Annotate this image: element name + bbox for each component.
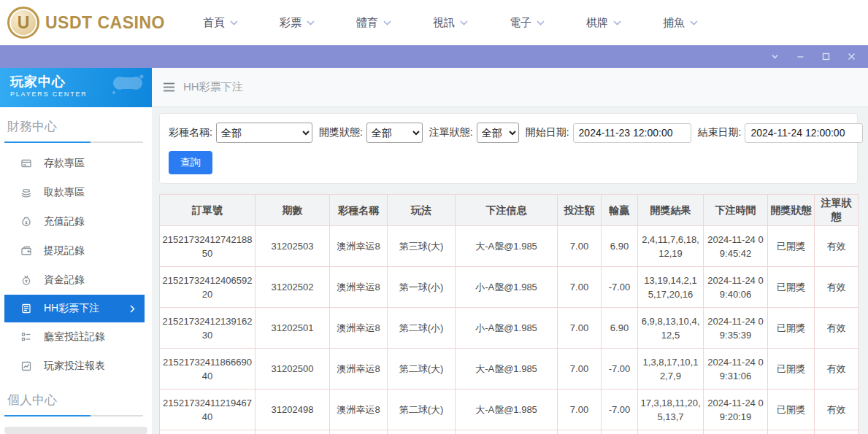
table-row: 215217324124065922031202502澳洲幸运8第一球(小)小-…: [160, 267, 859, 308]
table-cell: 第二球(小): [388, 308, 456, 349]
deposit-icon: [20, 158, 32, 169]
table-cell: 澳洲幸运8: [330, 349, 388, 390]
app-window: U USDT CASINO 首頁 彩票 體育 視訊 電子: [0, 0, 868, 434]
nav-item-label: 體育: [356, 16, 378, 30]
maximize-icon[interactable]: [821, 52, 831, 62]
table-cell: [638, 430, 704, 434]
sidebar-item-hh-lottery-bets[interactable]: HH彩票下注: [4, 295, 145, 322]
table-cell: 澳洲幸运8: [330, 226, 388, 267]
nav-item-label: 彩票: [280, 16, 302, 30]
table-cell: 有效: [815, 349, 859, 390]
table-cell: [602, 430, 638, 434]
hamburger-menu-icon[interactable]: [163, 82, 175, 92]
sidebar-item-funds-records[interactable]: 資金記錄: [0, 266, 152, 295]
lottery-name-label: 彩種名稱:: [169, 126, 212, 139]
sidebar-item-label: 充值記錄: [44, 215, 85, 228]
section-underline: [4, 142, 143, 143]
bet-status-label: 注單狀態:: [429, 126, 473, 139]
table-cell: [256, 430, 330, 434]
nav-item-sports[interactable]: 體育: [356, 16, 391, 30]
minimize-icon[interactable]: [795, 52, 805, 62]
lottery-bet-icon: [20, 303, 32, 314]
table-cell: 已開獎: [768, 349, 815, 390]
withdrawal-record-icon: [20, 245, 32, 257]
table-cell: 6.90: [602, 226, 638, 267]
table-cell: 2152173241186669040: [160, 349, 256, 390]
sidebar-item-label: 取款專區: [44, 186, 85, 199]
start-date-input[interactable]: [573, 123, 691, 143]
sidebar-item-label: 存款專區: [44, 157, 85, 170]
table-cell: -7.00: [602, 390, 638, 430]
table-cell: 2,4,11,7,6,18,12,19: [638, 226, 704, 267]
table-cell: 已開獎: [768, 308, 815, 349]
table-cell: 已開獎: [768, 390, 815, 430]
column-header: 開獎結果: [638, 195, 704, 226]
table-cell: 有效: [815, 267, 859, 308]
logo-text: USDT CASINO: [45, 13, 165, 33]
table-cell: [815, 430, 859, 434]
logo[interactable]: U USDT CASINO: [7, 7, 165, 39]
lottery-name-select[interactable]: 全部: [216, 123, 312, 143]
end-date-input[interactable]: [745, 123, 863, 143]
table-cell: 7.00: [558, 267, 602, 308]
section-title-finance: 財務中心: [0, 107, 152, 142]
nav-item-slots[interactable]: 電子: [510, 16, 545, 30]
end-date-label: 結束日期:: [698, 126, 742, 139]
table-cell: 第一球(小): [388, 267, 456, 308]
nav-item-label: 棋牌: [586, 16, 608, 30]
nav-item-cards[interactable]: 棋牌: [586, 16, 621, 30]
column-header: 玩法: [388, 195, 456, 226]
table-cell: 13,19,14,2,15,17,20,16: [638, 267, 704, 308]
room-bet-record-icon: [20, 331, 32, 343]
table-cell: 大-A盤@1.985: [456, 349, 558, 390]
table-cell: [768, 430, 815, 434]
sidebar-item-withdraw[interactable]: 取款專區: [0, 178, 152, 207]
sidebar-item-recharge-records[interactable]: 充值記錄: [0, 207, 152, 236]
table-cell: 31202501: [256, 308, 330, 349]
chevron-down-icon: [307, 20, 315, 26]
close-icon[interactable]: [846, 52, 856, 62]
table-row: 215217324121391623031202501澳洲幸运8第二球(小)小-…: [160, 308, 859, 349]
nav-item-fishing[interactable]: 捕魚: [663, 16, 698, 30]
table-cell: 17,3,18,11,20,5,13,7: [638, 390, 704, 430]
table-cell: 1,3,8,17,10,12,7,9: [638, 349, 704, 390]
table-row: 215217324127421885031202503澳洲幸运8第三球(大)大-…: [160, 226, 859, 267]
nav-item-lottery[interactable]: 彩票: [280, 16, 315, 30]
table-cell: 2152173241213916230: [160, 308, 256, 349]
sidebar: 玩家中心 PLAYERS CENTER 財務中心 存款專區 取款專區: [0, 68, 152, 434]
gamepad-icon: [111, 74, 146, 96]
draw-status-label: 開獎狀態:: [319, 126, 363, 139]
search-button[interactable]: 查詢: [169, 151, 212, 174]
column-header: 投注額: [558, 195, 602, 226]
nav-item-label: 電子: [510, 16, 531, 30]
nav-item-live[interactable]: 視訊: [433, 16, 468, 30]
chevron-down-icon: [690, 20, 698, 26]
table-cell: 2024-11-24 09:31:06: [704, 349, 768, 390]
sidebar-header: 玩家中心 PLAYERS CENTER: [0, 68, 152, 107]
sidebar-scrollbar[interactable]: [4, 427, 147, 434]
table-cell: [558, 430, 602, 434]
sidebar-item-withdrawal-records[interactable]: 提現記錄: [0, 236, 152, 266]
chevron-down-icon: [230, 20, 238, 26]
section-title-personal: 個人中心: [0, 381, 152, 415]
table-cell: 澳洲幸运8: [330, 267, 388, 308]
nav-item-label: 捕魚: [663, 16, 685, 30]
table-cell: 有效: [815, 390, 859, 430]
chevron-down-icon: [537, 20, 545, 26]
draw-status-select[interactable]: 全部: [366, 123, 423, 143]
bet-table: 訂單號期數彩種名稱玩法下注信息投注額輸贏開獎結果下注時間開獎狀態注單狀態 215…: [159, 194, 859, 434]
table-row-partial: [160, 430, 859, 434]
nav-item-home[interactable]: 首頁: [203, 16, 238, 30]
chevron-down-icon[interactable]: [769, 52, 780, 62]
sidebar-item-deposit[interactable]: 存款專區: [0, 149, 152, 178]
table-cell: 有效: [815, 226, 859, 267]
sidebar-item-player-bet-report[interactable]: 玩家投注報表: [0, 352, 152, 381]
chevron-down-icon: [460, 20, 468, 26]
bet-status-select[interactable]: 全部: [477, 123, 519, 143]
table-cell: -7.00: [602, 267, 638, 308]
table-cell: 2024-11-24 09:20:19: [704, 390, 768, 430]
table-cell: 31202498: [256, 390, 330, 430]
sidebar-item-room-bet-records[interactable]: 廳室投註記錄: [0, 322, 152, 352]
table-cell: [388, 430, 456, 434]
table-cell: 已開獎: [768, 267, 815, 308]
